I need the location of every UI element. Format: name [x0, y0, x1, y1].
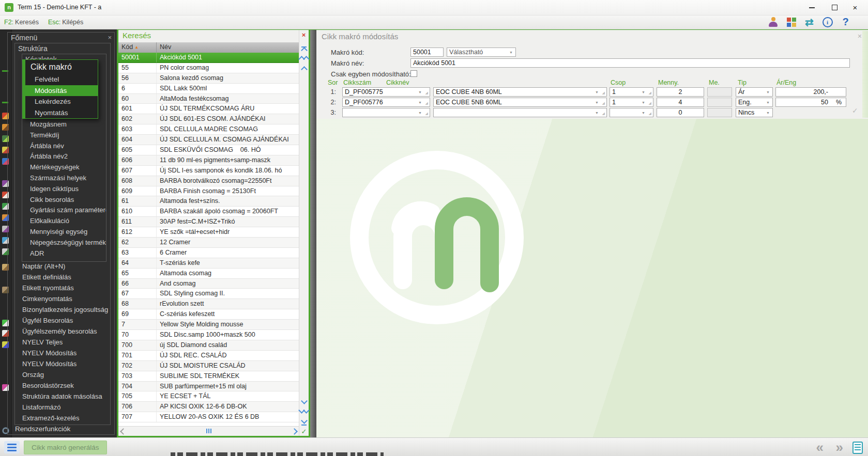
- table-row[interactable]: 64T-szériás kefe: [118, 258, 299, 269]
- menu-button[interactable]: [4, 441, 20, 453]
- table-row[interactable]: 609BARBA Finish csomag = 25130Ft: [118, 186, 299, 197]
- sidebar-item[interactable]: NYELV Módosítás: [22, 358, 110, 369]
- table-row[interactable]: 605SDL ESKÜVŐI CSOMAG 06. HÓ: [118, 145, 299, 155]
- prev-page-icon[interactable]: «: [816, 438, 824, 456]
- table-row[interactable]: 61Altamoda fest+színs.: [118, 196, 299, 207]
- transfer-button[interactable]: ⇄: [800, 15, 818, 28]
- shortcut-f2-kereses[interactable]: F2:Keresés: [4, 19, 39, 26]
- csak-egyben-checkbox[interactable]: [410, 70, 417, 77]
- sidebar-item[interactable]: Listaformázó: [22, 402, 110, 413]
- table-row[interactable]: 700új SDL Diamond család: [118, 340, 299, 351]
- scroll-page-down-icon[interactable]: [299, 408, 309, 413]
- sidebar-item[interactable]: Ártábla név: [30, 141, 106, 152]
- me-input[interactable]: [707, 98, 732, 107]
- sidebar-item[interactable]: Előkalkuláció: [30, 216, 106, 227]
- tip-select[interactable]: Nincs▼: [736, 108, 773, 117]
- sidebar-item-rendszerfunkciok[interactable]: Rendszerfunkciók: [15, 425, 70, 433]
- info-button[interactable]: i: [818, 15, 836, 28]
- window-close-button[interactable]: ×: [846, 0, 864, 15]
- table-row[interactable]: 67SDL Styling csomag II.: [118, 289, 299, 299]
- table-row[interactable]: 7Yellow Style Molding mousse: [118, 320, 299, 330]
- maximize-button[interactable]: [826, 0, 843, 15]
- me-input[interactable]: [707, 87, 732, 97]
- sidebar-item[interactable]: Ország: [22, 369, 110, 380]
- table-row[interactable]: 60AltaModa festékcsomag: [118, 94, 299, 104]
- menny-input[interactable]: 0: [657, 108, 704, 117]
- sidebar-item[interactable]: Mozgásnem: [30, 119, 106, 130]
- sidebar-item[interactable]: Etikett nyomtatás: [22, 282, 110, 293]
- csop-combo[interactable]: 1▼◢: [610, 98, 653, 107]
- sidebar-item[interactable]: ADR: [30, 248, 106, 259]
- sidebar-item[interactable]: NYELV Teljes: [22, 337, 110, 348]
- scroll-last-icon[interactable]: [299, 418, 309, 426]
- makro-kod-input[interactable]: 50001: [410, 48, 444, 57]
- column-header-kod[interactable]: Kód▲: [118, 42, 157, 53]
- fomenu-close-icon[interactable]: ×: [108, 33, 112, 43]
- table-row[interactable]: 701ÚJ SDL REC. CSALÁD: [118, 351, 299, 361]
- table-row[interactable]: 604ÚJ SDL CELLULA M. CSOMAG AJÁNDÉKAI: [118, 135, 299, 145]
- cikknev-combo[interactable]: EOC CUBE 4NB 60ML▼◢: [433, 87, 607, 97]
- cikkszam-combo[interactable]: D_PF005775▼◢: [342, 87, 430, 97]
- horizontal-scrollbar[interactable]: [118, 426, 299, 436]
- makro-nev-input[interactable]: Akciókód 5001: [410, 58, 850, 68]
- shortcut-esc-kilepes[interactable]: Esc:Kilépés: [48, 19, 83, 26]
- table-row[interactable]: 706AP KICSI OXIK 12-6-6 DB-OK: [118, 402, 299, 412]
- sidebar-item[interactable]: Idegen cikktípus: [30, 184, 106, 195]
- cikknev-combo[interactable]: ▼◢: [433, 108, 607, 117]
- table-row[interactable]: 610BARBA szakáll ápoló csomag = 20060FT: [118, 207, 299, 217]
- table-row[interactable]: 61130AP fest=C.M+ISZ+Trikó: [118, 217, 299, 227]
- me-input[interactable]: [707, 108, 732, 117]
- search-close-icon[interactable]: ×: [300, 31, 308, 39]
- sidebar-item[interactable]: Naptár (Alt+N): [22, 261, 110, 272]
- cikkszam-combo[interactable]: ▼◢: [342, 108, 430, 117]
- popup-item-módosítás[interactable]: Módosítás: [25, 85, 98, 97]
- table-row[interactable]: 608BARBA borotválkozó csomag=22550Ft: [118, 176, 299, 186]
- cikknev-combo[interactable]: EOC CUBE 5NB 60ML▼◢: [433, 98, 607, 107]
- form-check-icon[interactable]: ✓: [852, 106, 858, 115]
- sidebar-item[interactable]: Ügyfél Besorolás: [22, 315, 110, 326]
- popup-item-nyomtatás[interactable]: Nyomtatás: [25, 107, 98, 119]
- sidebar-item[interactable]: Besorolástörzsek: [22, 380, 110, 391]
- menny-input[interactable]: 2: [657, 87, 704, 97]
- popup-item-lekérdezés[interactable]: Lekérdezés: [25, 96, 98, 107]
- sidebar-item[interactable]: Etikett definiálás: [22, 272, 110, 282]
- table-row[interactable]: 70SDL Disc.samp 1000+maszk 500: [118, 330, 299, 340]
- table-row[interactable]: 65Altamoda csomag: [118, 269, 299, 279]
- table-row[interactable]: 60611 db 90 ml-es pigments+samp-maszk: [118, 155, 299, 166]
- sidebar-item[interactable]: Termékdíj: [30, 130, 106, 141]
- table-row[interactable]: 705YE ECSET + TÁL: [118, 391, 299, 402]
- scroll-up-icon[interactable]: [299, 67, 309, 72]
- table-row[interactable]: 55PN color csomag: [118, 63, 299, 73]
- sidebar-item[interactable]: Ügyfélszemély besorolás: [22, 326, 110, 337]
- table-row[interactable]: 6212 Cramer: [118, 238, 299, 248]
- cikkszam-combo[interactable]: D_PF005776▼◢: [342, 98, 430, 107]
- sidebar-item[interactable]: Cikk besorolás: [30, 195, 106, 206]
- sidebar-item[interactable]: Származási helyek: [30, 173, 106, 184]
- scroll-left-icon[interactable]: [120, 428, 127, 435]
- table-row[interactable]: 68rEvolution szett: [118, 299, 299, 309]
- sidebar-item[interactable]: Ártábla név2: [30, 151, 106, 162]
- table-row[interactable]: 602ÚJ SDL 601-ES CSOM. AJÁNDÉKAI: [118, 114, 299, 124]
- document-list-icon[interactable]: [852, 442, 863, 454]
- table-row[interactable]: 50001Akciókód 5001: [118, 53, 299, 63]
- sidebar-item[interactable]: Mennyiségi egység: [30, 227, 106, 238]
- csop-combo[interactable]: 1▼◢: [610, 87, 653, 97]
- table-row[interactable]: 704SUB parfümpermet+15 ml olaj: [118, 382, 299, 392]
- help-button[interactable]: ?: [836, 15, 855, 28]
- table-row[interactable]: 636 Cramer: [118, 248, 299, 258]
- sidebar-item[interactable]: NYELV Módosítás: [22, 348, 110, 358]
- sidebar-item[interactable]: Struktúra adatok másolása: [22, 391, 110, 402]
- table-row[interactable]: 69C-szériás kefeszett: [118, 309, 299, 320]
- table-row[interactable]: 702ÚJ SDL MOISTURE CSALÁD: [118, 361, 299, 371]
- makro-kod-type-select[interactable]: Választható▼: [447, 48, 516, 57]
- table-row[interactable]: 66And csomag: [118, 279, 299, 289]
- table-row[interactable]: 707YELLOW 20-AS OXIK 12 ÉS 6 DB: [118, 412, 299, 422]
- csop-combo[interactable]: ▼◢: [610, 108, 653, 117]
- next-page-icon[interactable]: »: [836, 438, 843, 456]
- sidebar-item[interactable]: Bizonylatkezelés jogosultság funkc: [22, 304, 110, 315]
- table-row[interactable]: 603SDL CELLULA MADRE CSOMAG: [118, 124, 299, 135]
- user-button[interactable]: [764, 15, 782, 28]
- tip-select[interactable]: Eng.▼: [736, 98, 773, 107]
- table-row[interactable]: 607Új SDL I-es samponok és kondik 18.06.…: [118, 166, 299, 176]
- table-row[interactable]: 56Salona kezdő csomag: [118, 73, 299, 84]
